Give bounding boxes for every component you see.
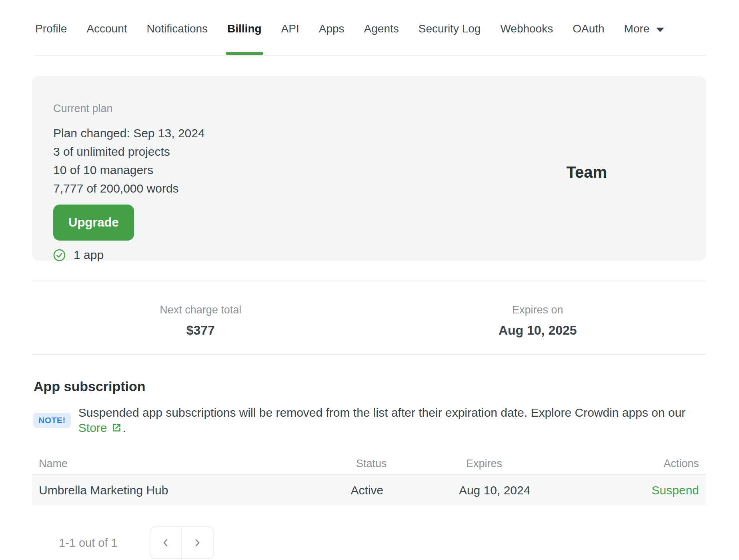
- tab-account[interactable]: Account: [86, 21, 127, 55]
- app-count-line: 1 app: [53, 248, 706, 262]
- table-header-row: Name Status Expires Actions: [32, 453, 706, 475]
- previous-page-button[interactable]: [150, 527, 182, 558]
- app-expires-cell: Aug 10, 2024: [459, 484, 652, 497]
- app-status-cell: Active: [351, 484, 459, 497]
- note-text-after: .: [123, 421, 126, 434]
- table-row: Umbrella Marketing Hub Active Aug 10, 20…: [32, 475, 706, 505]
- header-status: Status: [356, 458, 466, 470]
- current-plan-card: Current plan Plan changed: Sep 13, 2024 …: [32, 76, 706, 261]
- pagination-summary: 1-1 out of 1: [59, 536, 118, 550]
- suspend-link[interactable]: Suspend: [652, 484, 699, 497]
- header-actions: Actions: [662, 458, 706, 470]
- tab-api[interactable]: API: [281, 21, 299, 55]
- chevron-down-icon: [656, 28, 664, 32]
- pager-button-group: [150, 526, 214, 559]
- header-expires: Expires: [466, 458, 662, 470]
- tab-oauth[interactable]: OAuth: [573, 21, 604, 55]
- external-link-icon[interactable]: [111, 422, 122, 433]
- check-circle-icon: [53, 249, 66, 261]
- plan-words-usage: 7,777 of 200,000 words: [53, 179, 706, 198]
- next-page-button[interactable]: [182, 527, 213, 558]
- current-plan-label: Current plan: [53, 102, 706, 115]
- app-name-cell: Umbrella Marketing Hub: [32, 484, 351, 497]
- chevron-left-icon: [160, 538, 171, 548]
- plan-details: Plan changed: Sep 13, 2024 3 of unlimite…: [53, 124, 706, 198]
- plan-changed-date: Plan changed: Sep 13, 2024: [53, 124, 706, 143]
- upgrade-button[interactable]: Upgrade: [53, 205, 134, 241]
- tab-notifications[interactable]: Notifications: [147, 21, 208, 55]
- app-subscription-title: App subscription: [34, 378, 706, 395]
- next-charge-label: Next charge total: [32, 303, 369, 317]
- tab-apps[interactable]: Apps: [319, 21, 344, 55]
- settings-tab-bar: Profile Account Notifications Billing AP…: [35, 0, 706, 56]
- pagination: 1-1 out of 1: [32, 526, 706, 559]
- note-line: NOTE! Suspended app subscriptions will b…: [33, 405, 706, 436]
- header-name: Name: [32, 458, 356, 470]
- expires-on-value: Aug 10, 2025: [369, 322, 707, 338]
- tab-billing[interactable]: Billing: [227, 21, 262, 55]
- plan-projects-usage: 3 of unlimited projects: [53, 143, 706, 161]
- tab-agents[interactable]: Agents: [364, 21, 399, 55]
- note-text: Suspended app subscriptions will be remo…: [78, 405, 706, 436]
- chevron-right-icon: [192, 538, 202, 548]
- tab-security-log[interactable]: Security Log: [419, 21, 481, 55]
- billing-settings-page: Profile Account Notifications Billing AP…: [0, 0, 739, 560]
- app-count-label: 1 app: [74, 248, 104, 262]
- app-subscriptions-table: Name Status Expires Actions Umbrella Mar…: [32, 453, 706, 505]
- billing-summary: Next charge total $377 Expires on Aug 10…: [32, 281, 706, 355]
- next-charge-block: Next charge total $377: [32, 281, 369, 354]
- next-charge-value: $377: [32, 322, 369, 338]
- tab-more[interactable]: More: [624, 21, 665, 55]
- plan-name: Team: [566, 163, 607, 181]
- store-link[interactable]: Store: [78, 421, 107, 434]
- plan-managers-usage: 10 of 10 managers: [53, 161, 706, 179]
- expires-on-block: Expires on Aug 10, 2025: [369, 281, 707, 354]
- note-badge: NOTE!: [33, 413, 71, 428]
- note-text-before: Suspended app subscriptions will be remo…: [78, 406, 685, 419]
- tab-webhooks[interactable]: Webhooks: [500, 21, 553, 55]
- tab-more-label: More: [624, 21, 650, 37]
- expires-on-label: Expires on: [369, 303, 707, 317]
- tab-profile[interactable]: Profile: [35, 21, 67, 55]
